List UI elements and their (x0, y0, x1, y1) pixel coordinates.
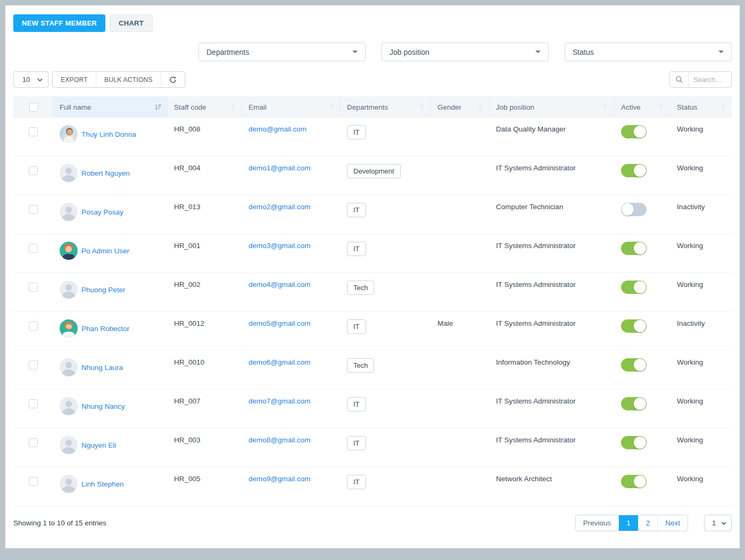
active-toggle[interactable] (621, 203, 647, 216)
table-row: Phan Robector HR_0012 demo5@gmail.com IT… (13, 312, 732, 351)
toggle-knob (634, 281, 646, 293)
active-toggle[interactable] (621, 281, 647, 294)
previous-page-button[interactable]: Previous (576, 515, 619, 531)
avatar (60, 203, 78, 221)
avatar (60, 242, 78, 260)
staff-name-link[interactable]: Nguyen Eli (81, 441, 116, 449)
active-toggle[interactable] (621, 319, 647, 333)
search-input[interactable] (689, 72, 731, 87)
avatar (60, 319, 78, 337)
bulk-actions-button[interactable]: BULK ACTIONS (96, 72, 161, 87)
row-checkbox[interactable] (29, 205, 38, 214)
department-badge: IT (347, 203, 366, 217)
avatar (60, 436, 78, 454)
new-staff-member-button[interactable]: NEW STAFF MEMBER (13, 14, 105, 32)
staff-name-link[interactable]: Po Admin User (81, 247, 129, 255)
chart-button[interactable]: CHART (110, 14, 153, 32)
row-checkbox[interactable] (29, 399, 38, 408)
header-job-position[interactable]: Job position (490, 96, 615, 118)
active-toggle[interactable] (621, 164, 647, 177)
showing-entries-text: Showing 1 to 10 of 15 entries (13, 519, 106, 527)
avatar (60, 125, 78, 143)
staff-code: HR_005 (168, 467, 242, 483)
row-checkbox[interactable] (29, 477, 38, 486)
staff-name-link[interactable]: Thuy Linh Donna (81, 130, 136, 138)
gender (431, 157, 490, 164)
staff-name-link[interactable]: Posay Posay (81, 208, 123, 216)
email-link[interactable]: demo4@gmail.com (249, 281, 311, 289)
next-page-button[interactable]: Next (657, 515, 688, 531)
export-button[interactable]: EXPORT (53, 72, 96, 87)
job-position: Information Technology (490, 351, 615, 366)
row-checkbox[interactable] (29, 127, 38, 136)
toggle-knob (634, 475, 646, 488)
table-header: Full name Staff code Email Departments G… (13, 96, 732, 118)
status: Working (670, 467, 732, 483)
sort-icon (477, 103, 484, 111)
gender (431, 118, 490, 125)
department-badge: IT (347, 436, 366, 450)
header-status[interactable]: Status (670, 96, 732, 118)
search-button[interactable] (670, 72, 689, 87)
job-position-filter-select[interactable]: Job position (382, 43, 549, 61)
table-row: Phuong Peter HR_002 demo4@gmail.com Tech… (13, 273, 732, 312)
email-link[interactable]: demo1@gmail.com (249, 164, 311, 172)
staff-name-link[interactable]: Robert Nguyen (81, 169, 130, 177)
refresh-button[interactable] (161, 72, 185, 87)
email-link[interactable]: demo@gmail.com (249, 125, 307, 133)
header-gender[interactable]: Gender (431, 96, 490, 118)
table-row: Robert Nguyen HR_004 demo1@gmail.com Dev… (13, 157, 732, 195)
row-checkbox[interactable] (29, 244, 38, 253)
staff-name-link[interactable]: Linh Stephen (81, 480, 124, 488)
page-2-button[interactable]: 2 (638, 515, 658, 531)
staff-name-link[interactable]: Nhung Nancy (81, 402, 125, 410)
email-link[interactable]: demo9@gmail.com (249, 475, 311, 483)
select-all-checkbox[interactable] (29, 103, 38, 112)
avatar (60, 358, 78, 376)
row-checkbox[interactable] (29, 166, 38, 175)
email-link[interactable]: demo5@gmail.com (249, 319, 311, 327)
department-badge: IT (347, 397, 366, 411)
email-link[interactable]: demo3@gmail.com (249, 242, 311, 250)
email-link[interactable]: demo7@gmail.com (249, 397, 311, 405)
staff-name-link[interactable]: Phuong Peter (81, 286, 126, 294)
header-active[interactable]: Active (615, 96, 670, 118)
avatar (60, 397, 78, 415)
staff-name-link[interactable]: Nhung Laura (81, 364, 123, 372)
departments-filter-select[interactable]: Departments (198, 43, 366, 61)
email-link[interactable]: demo6@gmail.com (249, 358, 311, 366)
sort-icon (720, 103, 726, 111)
active-toggle[interactable] (621, 475, 647, 488)
row-checkbox[interactable] (29, 283, 38, 292)
job-position: IT Systems Administrator (490, 312, 615, 327)
page-jump-select[interactable]: 1 (704, 515, 732, 531)
toggle-knob (634, 320, 646, 332)
header-full-name[interactable]: Full name (53, 96, 168, 118)
active-toggle[interactable] (621, 436, 647, 449)
department-badge: IT (347, 319, 366, 334)
active-toggle[interactable] (621, 397, 647, 410)
row-checkbox[interactable] (29, 322, 38, 331)
page-1-button[interactable]: 1 (618, 515, 638, 531)
email-link[interactable]: demo8@gmail.com (249, 436, 311, 444)
status: Working (670, 157, 732, 172)
header-email[interactable]: Email (242, 96, 341, 118)
header-departments[interactable]: Departments (341, 96, 431, 118)
page-size-select[interactable]: 10 (13, 71, 48, 88)
staff-name-link[interactable]: Phan Robector (81, 325, 129, 333)
row-checkbox[interactable] (29, 438, 38, 447)
pagination: Previous 1 2 Next (575, 515, 688, 531)
status-filter-select[interactable]: Status (565, 43, 732, 61)
active-toggle[interactable] (621, 125, 647, 138)
header-staff-code[interactable]: Staff code (168, 96, 242, 118)
status-filter-label: Status (573, 48, 594, 56)
gender (431, 467, 490, 475)
gender (431, 390, 490, 397)
email-link[interactable]: demo2@gmail.com (249, 203, 311, 211)
active-toggle[interactable] (621, 358, 647, 372)
table-actions-group: EXPORT BULK ACTIONS (52, 71, 185, 88)
active-toggle[interactable] (621, 242, 647, 255)
job-position-filter-label: Job position (390, 48, 429, 56)
status: Working (670, 351, 732, 366)
row-checkbox[interactable] (29, 360, 38, 369)
